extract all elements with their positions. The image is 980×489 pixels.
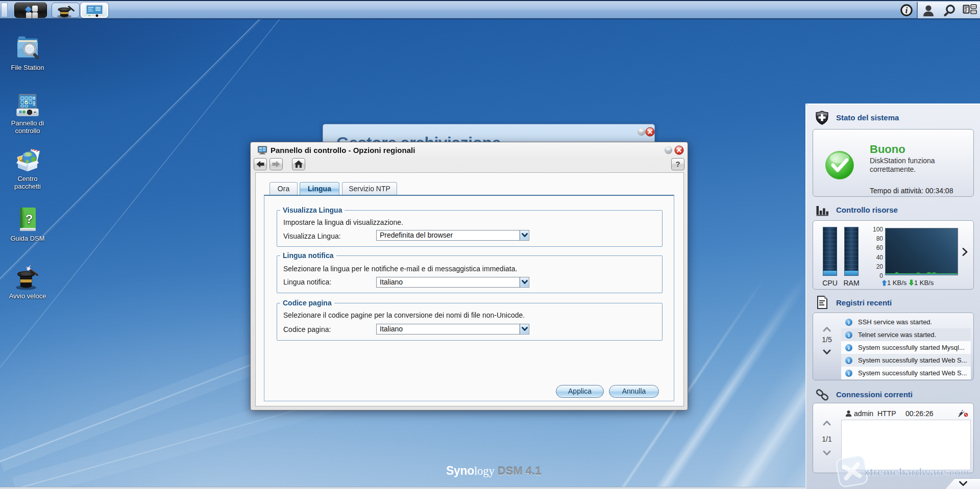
svg-text:xtremehardware.com: xtremehardware.com xyxy=(864,466,969,478)
svg-text:?: ? xyxy=(26,212,33,226)
svg-text:i: i xyxy=(905,6,908,15)
